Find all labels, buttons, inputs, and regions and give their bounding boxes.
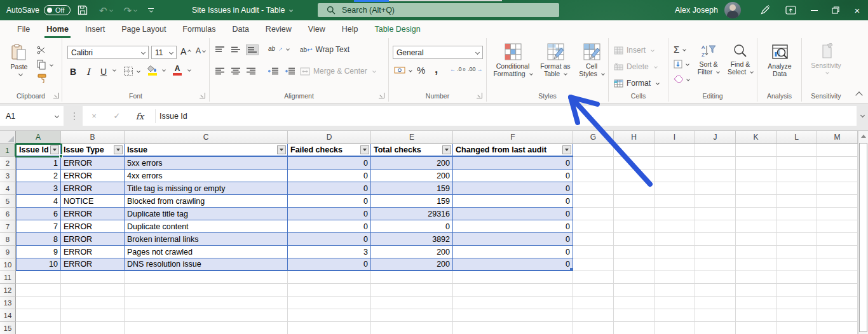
analyze-data-button[interactable]: Analyze Data — [764, 43, 795, 77]
cell-B9[interactable]: ERROR — [61, 246, 125, 258]
row-header-4[interactable]: 4 — [0, 182, 16, 195]
cell-F9[interactable]: 0 — [453, 246, 573, 258]
col-header-M[interactable]: M — [817, 131, 858, 144]
document-title[interactable]: Site Issues in Audit - Table — [192, 0, 292, 20]
fill-handle[interactable] — [59, 154, 63, 158]
find-select-button[interactable]: Find & Select — [724, 43, 756, 76]
cell-C5[interactable]: Blocked from crawling — [125, 195, 288, 208]
clipboard-dialog-launcher[interactable] — [53, 93, 59, 98]
header-cell-D1[interactable]: Failed checks — [288, 144, 371, 157]
inking-pen-icon[interactable] — [752, 0, 778, 20]
cell-E5[interactable]: 159 — [371, 195, 453, 208]
merge-center-button[interactable]: Merge & Center — [300, 67, 376, 76]
fill-color-button[interactable] — [147, 65, 158, 76]
align-left-button[interactable] — [215, 67, 225, 76]
cell-A9[interactable]: 9 — [16, 246, 61, 258]
row-header-7[interactable]: 7 — [0, 220, 16, 233]
cell-A7[interactable]: 7 — [16, 220, 61, 233]
cell-D8[interactable]: 0 — [288, 233, 371, 246]
restore-button[interactable] — [825, 0, 846, 20]
format-cells-button[interactable]: Format — [614, 79, 659, 88]
tab-data[interactable]: Data — [224, 20, 257, 38]
cell-C9[interactable]: Pages not crawled — [125, 246, 288, 258]
filter-button[interactable] — [562, 145, 571, 154]
cell-D3[interactable]: 0 — [288, 170, 371, 182]
name-box-dropdown-icon[interactable] — [55, 114, 59, 118]
cell-D10[interactable]: 0 — [288, 258, 371, 271]
cell-F8[interactable]: 0 — [453, 233, 573, 246]
tab-page-layout[interactable]: Page Layout — [113, 20, 174, 38]
formula-content[interactable]: Issue Id — [159, 112, 187, 121]
cell-D6[interactable]: 0 — [288, 208, 371, 220]
cell-A5[interactable]: 4 — [16, 195, 61, 208]
copy-button[interactable] — [37, 60, 53, 70]
number-format-select[interactable]: General — [393, 46, 483, 59]
cell-F4[interactable]: 0 — [453, 182, 573, 195]
paste-button[interactable]: Paste — [5, 43, 33, 76]
cell-F3[interactable]: 0 — [453, 170, 573, 182]
insert-cells-button[interactable]: Insert — [614, 46, 654, 55]
bottom-align-button[interactable] — [246, 44, 259, 55]
tab-formulas[interactable]: Formulas — [174, 20, 224, 38]
expand-formula-bar-icon[interactable] — [860, 113, 865, 117]
formula-bar-splitter[interactable] — [74, 112, 75, 114]
customize-qat-icon[interactable] — [148, 8, 154, 12]
format-painter-button[interactable] — [37, 74, 47, 84]
col-header-I[interactable]: I — [654, 131, 695, 144]
cell-F2[interactable]: 0 — [453, 157, 573, 170]
cell-C7[interactable]: Duplicate content — [125, 220, 288, 233]
cell-B7[interactable]: ERROR — [61, 220, 125, 233]
header-cell-E1[interactable]: Total checks — [371, 144, 453, 157]
cancel-icon[interactable]: × — [83, 111, 105, 121]
cell-D9[interactable]: 3 — [288, 246, 371, 258]
cell-F5[interactable]: 0 — [453, 195, 573, 208]
tab-review[interactable]: Review — [257, 20, 300, 38]
cell-A2[interactable]: 1 — [16, 157, 61, 170]
row-header-2[interactable]: 2 — [0, 157, 16, 170]
font-dialog-launcher[interactable] — [200, 93, 205, 98]
row-header-11[interactable]: 11 — [0, 271, 16, 284]
decrease-decimal-button[interactable]: .00→ — [468, 66, 483, 72]
cell-E3[interactable]: 200 — [371, 170, 453, 182]
underline-button[interactable]: U — [100, 67, 107, 77]
cell-B6[interactable]: ERROR — [61, 208, 125, 220]
redo-icon[interactable]: ↷ — [124, 6, 137, 15]
accounting-format-button[interactable] — [394, 66, 412, 74]
filter-button[interactable] — [442, 145, 451, 154]
cell-D4[interactable]: 0 — [288, 182, 371, 195]
number-dialog-launcher[interactable] — [477, 93, 482, 98]
insert-function-icon[interactable]: fx — [128, 111, 151, 121]
name-box[interactable]: A1 — [0, 106, 64, 126]
cut-button[interactable] — [37, 46, 46, 55]
font-name-select[interactable]: Calibri — [67, 46, 149, 59]
row-header-12[interactable]: 12 — [0, 284, 16, 297]
fill-color-dropdown[interactable] — [160, 69, 165, 71]
tab-file[interactable]: File — [9, 20, 38, 38]
table-resize-handle[interactable] — [570, 268, 573, 271]
cell-E9[interactable]: 200 — [371, 246, 453, 258]
delete-cells-button[interactable]: Delete — [614, 62, 657, 71]
cell-B10[interactable]: ERROR — [61, 258, 125, 271]
col-header-B[interactable]: B — [61, 131, 125, 144]
italic-button[interactable]: I — [86, 67, 90, 77]
increase-font-size-button[interactable]: A — [180, 46, 191, 57]
col-header-A[interactable]: A — [16, 131, 61, 144]
fill-button[interactable] — [674, 60, 689, 69]
font-color-dropdown[interactable] — [186, 69, 191, 71]
col-header-D[interactable]: D — [288, 131, 371, 144]
row-header-3[interactable]: 3 — [0, 170, 16, 182]
col-header-J[interactable]: J — [695, 131, 736, 144]
col-header-E[interactable]: E — [371, 131, 453, 144]
search-input[interactable]: Search (Alt+Q) — [318, 3, 559, 17]
vertical-scrollbar[interactable] — [858, 131, 868, 334]
close-button[interactable]: × — [846, 0, 868, 20]
filter-button[interactable] — [277, 145, 286, 154]
align-right-button[interactable] — [246, 67, 256, 76]
decrease-indent-button[interactable] — [268, 67, 279, 76]
row-header-13[interactable]: 13 — [0, 297, 16, 309]
font-color-button[interactable]: A — [173, 65, 182, 76]
cell-styles-button[interactable]: Cell Styles — [577, 43, 606, 77]
undo-icon[interactable]: ↶ — [99, 6, 112, 15]
ribbon-display-options-icon[interactable] — [778, 0, 803, 20]
collapse-ribbon-icon[interactable] — [855, 91, 862, 98]
